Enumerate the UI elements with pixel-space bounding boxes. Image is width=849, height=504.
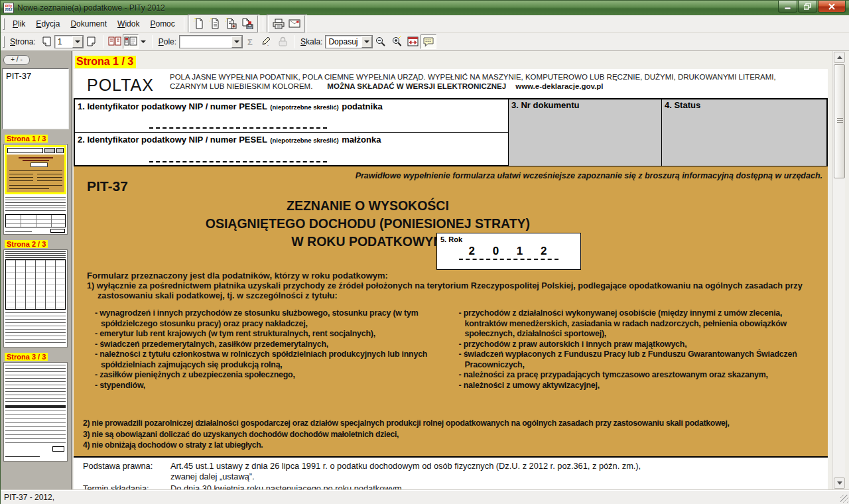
page-toolbar: Strona: 1 Pole: Σ . — [1, 32, 849, 51]
field-5-rok[interactable]: 5. Rok 2 0 1 2 — [436, 233, 581, 270]
legal-basis-section: Podstawa prawna: Art.45 ust.1 ustawy z d… — [74, 456, 828, 489]
menu-edycja[interactable]: Edycja — [31, 17, 65, 31]
bullet-item: - emerytur lub rent krajowych (w tym ren… — [95, 329, 452, 340]
bullet-item: - stypendiów, — [95, 381, 452, 391]
separator — [103, 35, 103, 48]
strona-label: Strona: — [10, 37, 36, 46]
svg-text:Σ: Σ — [247, 37, 253, 46]
form-list-item-pit37[interactable]: PIT-37 — [6, 71, 31, 81]
separator — [184, 17, 184, 31]
page1-thumbnail[interactable] — [3, 144, 68, 235]
skala-label: Skala: — [300, 37, 322, 46]
deadline-text: Do dnia 30 kwietnia roku następującego p… — [170, 483, 822, 489]
add-form-button[interactable] — [224, 17, 239, 31]
status-text: PIT-37 - 2012, — [4, 493, 54, 502]
titlebar: PITy 2012 Nowe zeznanie(a) podatkowe - P… — [1, 1, 849, 15]
pole-label: Pole: — [159, 37, 176, 46]
chevron-down-icon[interactable] — [72, 36, 83, 48]
toolbar-grip[interactable] — [3, 18, 5, 30]
condition-1: 1) wyłącznie za pośrednictwem płatnika u… — [87, 281, 819, 301]
edit-pencil-button[interactable]: . — [259, 34, 275, 49]
zoom-in-button[interactable] — [389, 34, 405, 49]
save-export-button[interactable] — [239, 17, 255, 31]
conditions-2-4: 2) nie prowadzili pozarolniczej działaln… — [83, 418, 825, 451]
page-number-value: 1 — [55, 37, 72, 46]
income-source-columns: - wynagrodzeń i innych przychodów ze sto… — [95, 308, 824, 391]
sidebar-view-button[interactable] — [123, 34, 139, 49]
current-view-highlight — [5, 145, 66, 194]
sum-button: Σ — [243, 34, 259, 49]
menu-plik[interactable]: Plik — [7, 17, 31, 31]
toolbar-grip[interactable] — [3, 36, 5, 48]
hints-bubble-button[interactable] — [421, 34, 436, 49]
condition-2: 2) nie prowadzili pozarolniczej działaln… — [83, 418, 825, 429]
bullet-item: - wynagrodzeń i innych przychodów ze sto… — [95, 308, 452, 329]
scroll-up-button[interactable] — [834, 52, 845, 63]
two-page-view-button[interactable] — [107, 34, 123, 49]
form-list-panel[interactable]: PIT-37 — [2, 68, 69, 129]
fit-width-button[interactable] — [405, 34, 421, 49]
email-button[interactable] — [287, 17, 302, 31]
new-form-button[interactable] — [208, 17, 224, 31]
field-2-nip-pesel-malzonka[interactable]: 2. Identyfikator podatkowy NIP / numer P… — [75, 133, 508, 166]
condition-4: 4) nie obniżają dochodów o straty z lat … — [83, 440, 825, 451]
form-intro: Formularz przeznaczony jest dla podatnik… — [87, 271, 388, 281]
prev-page-button[interactable] — [38, 34, 54, 49]
menubar: Plik Edycja Dokument Widok Pomoc — [1, 15, 849, 32]
menu-dokument[interactable]: Dokument — [65, 17, 112, 31]
view-options-dropdown[interactable] — [139, 34, 149, 49]
lock-button — [275, 34, 291, 49]
pit37-form-page: POLTAX POLA JASNE WYPEŁNIA PODATNIK, POL… — [74, 69, 828, 489]
page1-label: Strona 1 / 3 — [5, 135, 48, 143]
skala-combo[interactable]: Dopasuj — [325, 35, 373, 48]
scroll-down-button[interactable] — [834, 477, 845, 489]
menu-pomoc[interactable]: Pomoc — [145, 17, 180, 31]
scrollbar-thumb[interactable] — [834, 64, 845, 178]
vertical-scrollbar[interactable] — [832, 51, 845, 489]
app-icon: PITy 2012 — [3, 3, 14, 13]
svg-text:.: . — [267, 42, 269, 46]
deadline-label: Termin składania: — [83, 483, 170, 489]
condition-3: 3) nie są obowiązani doliczać do uzyskan… — [83, 429, 825, 440]
form-title-section: Prawidłowe wypełnienie formularza ułatwi… — [74, 166, 828, 456]
page-header: Strona 1 / 3 — [75, 56, 136, 68]
content-area: + / - PIT-37 Strona 1 / 3 — [1, 51, 849, 489]
expand-collapse-button[interactable]: + / - — [3, 55, 30, 65]
field-2-input-line[interactable] — [149, 161, 327, 162]
zoom-out-button[interactable] — [373, 34, 389, 49]
chevron-down-icon[interactable] — [231, 36, 242, 48]
next-page-button[interactable] — [84, 34, 99, 49]
form-header: POLTAX POLA JASNE WYPEŁNIA PODATNIK, POL… — [74, 69, 828, 98]
bullet-item: - należności za pracę przypadających tym… — [459, 370, 824, 381]
field-1-nip-pesel-podatnika[interactable]: 1. Identyfikator podatkowy NIP / numer P… — [75, 99, 508, 133]
brochure-note: Prawidłowe wypełnienie formularza ułatwi… — [356, 171, 822, 180]
print-button[interactable] — [271, 17, 287, 31]
skala-value: Dopasuj — [326, 37, 361, 46]
app-window: PITy 2012 Nowe zeznanie(a) podatkowe - P… — [0, 0, 849, 504]
id-fields-table: 1. Identyfikator podatkowy NIP / numer P… — [74, 98, 828, 166]
page2-thumbnail[interactable] — [3, 249, 68, 347]
close-button[interactable] — [818, 1, 846, 13]
statusbar: PIT-37 - 2012, — [1, 489, 849, 504]
resize-grip[interactable] — [840, 495, 848, 503]
menu-widok[interactable]: Widok — [112, 17, 145, 31]
separator — [152, 35, 153, 48]
page3-thumbnail[interactable] — [3, 362, 68, 462]
poltax-logo: POLTAX — [74, 69, 170, 98]
field-1-input-line[interactable] — [149, 127, 327, 129]
window-title: Nowe zeznanie(a) podatkowe - PITy 2012 — [17, 3, 165, 13]
bullet-item: - przychodów z praw autorskich i innych … — [459, 340, 824, 350]
minimize-button[interactable] — [778, 1, 797, 13]
field-3-nr-dokumentu: 3. Nr dokumentu — [509, 99, 661, 166]
new-document-button[interactable] — [192, 17, 208, 31]
bullet-item: - świadczeń przedemerytalnych, zasiłków … — [95, 340, 452, 350]
thumbnail-sidebar: + / - PIT-37 Strona 1 / 3 — [1, 51, 71, 489]
form-viewport: Strona 1 / 3 POLTAX POLA JASNE WYPEŁNIA … — [73, 51, 849, 489]
rok-value-input[interactable]: 2 0 1 2 — [437, 245, 580, 258]
legal-text: Art.45 ust.1 ustawy z dnia 26 lipca 1991… — [170, 461, 822, 482]
page-number-combo[interactable]: 1 — [54, 35, 84, 48]
pole-combo[interactable] — [179, 35, 243, 48]
chevron-down-icon[interactable] — [361, 36, 372, 48]
fill-instructions: POLA JASNE WYPEŁNIA PODATNIK, POLA CIEMN… — [170, 69, 793, 98]
restore-button[interactable] — [798, 1, 817, 13]
